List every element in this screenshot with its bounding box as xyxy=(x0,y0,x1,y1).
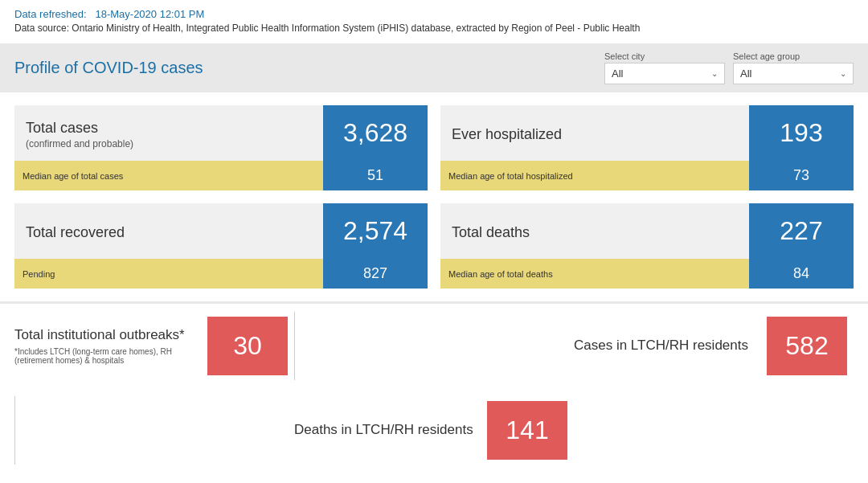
card-total-deaths: Total deaths 227 Median age of total dea… xyxy=(440,203,854,289)
cards-grid: Total cases (confirmed and probable) 3,6… xyxy=(0,92,868,301)
divider-1 xyxy=(14,396,15,465)
card-bottom-value: 827 xyxy=(323,259,428,289)
city-dropdown-wrapper: Select city All ⌄ xyxy=(604,51,725,84)
card-top: Ever hospitalized 193 xyxy=(440,105,854,161)
bottom-stats: Total institutional outbreaks* *Includes… xyxy=(0,301,868,483)
bottom-stat-text: Deaths in LTCH/RH residents xyxy=(294,422,487,438)
refresh-value: 18-May-2020 12:01 PM xyxy=(95,8,204,20)
card-value: 2,574 xyxy=(323,203,428,259)
page-title: Profile of COVID-19 cases xyxy=(14,59,203,77)
top-bar: Data refreshed: 18-May-2020 12:01 PM Dat… xyxy=(0,0,868,37)
dropdowns: Select city All ⌄ Select age group All ⌄ xyxy=(604,51,854,84)
bottom-stat-value: 30 xyxy=(207,317,288,375)
city-dropdown[interactable]: All ⌄ xyxy=(604,63,725,84)
card-main-label: Total deaths xyxy=(452,224,739,242)
card-bottom-label: Median age of total hospitalized xyxy=(440,161,749,190)
source-line: Data source: Ontario Ministry of Health,… xyxy=(14,23,854,34)
card-bottom-value: 51 xyxy=(323,161,428,190)
age-dropdown-value: All xyxy=(740,68,751,80)
card-bottom-label: Median age of total deaths xyxy=(440,259,749,289)
bottom-stat-note: *Includes LTCH (long-term care homes), R… xyxy=(14,347,199,365)
card-bottom: Median age of total hospitalized 73 xyxy=(440,161,854,190)
card-main-label: Ever hospitalized xyxy=(452,126,739,144)
card-value: 193 xyxy=(749,105,854,161)
card-label-section: Total recovered xyxy=(14,203,323,259)
bottom-stat-ltch-cases: Cases in LTCH/RH residents 582 xyxy=(574,304,854,388)
bottom-stat-text: Total institutional outbreaks* *Includes… xyxy=(14,327,207,364)
card-label-section: Total cases (confirmed and probable) xyxy=(14,105,323,161)
card-total-recovered: Total recovered 2,574 Pending 827 xyxy=(14,203,428,289)
card-top: Total recovered 2,574 xyxy=(14,203,428,259)
card-bottom: Median age of total deaths 84 xyxy=(440,259,854,289)
refresh-label: Data refreshed: xyxy=(14,8,87,20)
bottom-stat-text: Cases in LTCH/RH residents xyxy=(574,338,767,354)
age-dropdown-label: Select age group xyxy=(733,51,854,61)
city-dropdown-label: Select city xyxy=(604,51,725,61)
card-label-section: Ever hospitalized xyxy=(440,105,749,161)
card-ever-hospitalized: Ever hospitalized 193 Median age of tota… xyxy=(440,105,854,190)
refresh-line: Data refreshed: 18-May-2020 12:01 PM xyxy=(14,8,854,20)
card-bottom-value: 73 xyxy=(749,161,854,190)
card-label-section: Total deaths xyxy=(440,203,749,259)
bottom-stat-ltch-deaths: Deaths in LTCH/RH residents 141 xyxy=(294,388,574,473)
header-bar: Profile of COVID-19 cases Select city Al… xyxy=(0,43,868,92)
card-value: 227 xyxy=(749,203,854,259)
card-bottom: Pending 827 xyxy=(14,259,428,289)
age-dropdown-wrapper: Select age group All ⌄ xyxy=(733,51,854,84)
card-top: Total cases (confirmed and probable) 3,6… xyxy=(14,105,428,161)
bottom-stat-title: Total institutional outbreaks* xyxy=(14,327,199,343)
card-total-cases: Total cases (confirmed and probable) 3,6… xyxy=(14,105,428,190)
card-sub-label: (confirmed and probable) xyxy=(26,138,313,149)
card-top: Total deaths 227 xyxy=(440,203,854,259)
card-bottom-value: 84 xyxy=(749,259,854,289)
bottom-stat-institutional-outbreaks: Total institutional outbreaks* *Includes… xyxy=(14,304,294,388)
age-chevron-icon: ⌄ xyxy=(840,69,846,78)
bottom-stat-title: Deaths in LTCH/RH residents xyxy=(294,422,479,438)
city-dropdown-value: All xyxy=(612,68,623,80)
bottom-stat-value: 141 xyxy=(487,401,567,460)
city-chevron-icon: ⌄ xyxy=(711,69,718,78)
divider-0 xyxy=(294,312,295,380)
card-bottom-label: Median age of total cases xyxy=(14,161,323,190)
age-dropdown[interactable]: All ⌄ xyxy=(733,63,854,84)
card-main-label: Total recovered xyxy=(26,224,313,242)
card-main-label: Total cases xyxy=(26,120,313,137)
card-bottom: Median age of total cases 51 xyxy=(14,161,428,190)
card-bottom-label: Pending xyxy=(14,259,323,289)
bottom-stat-title: Cases in LTCH/RH residents xyxy=(574,338,759,354)
card-value: 3,628 xyxy=(323,105,428,161)
bottom-stat-value: 582 xyxy=(767,317,847,375)
